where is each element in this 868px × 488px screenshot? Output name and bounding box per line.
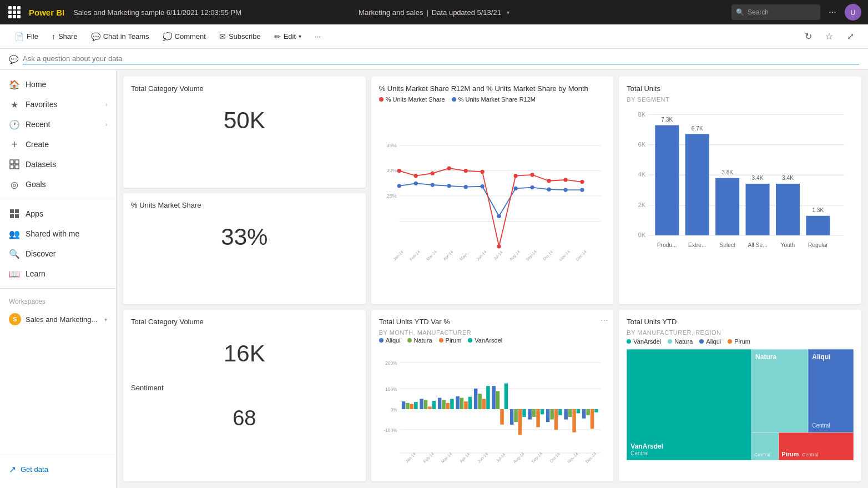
svg-text:7.3K: 7.3K: [662, 117, 673, 123]
treemap-pirum[interactable]: Pirum Central: [779, 432, 854, 460]
treemap-vanardel[interactable]: VanArsdel Central: [627, 349, 751, 460]
sidebar-item-shared[interactable]: 👥 Shared with me: [0, 224, 116, 244]
svg-text:3.4K: 3.4K: [752, 175, 764, 181]
svg-text:Regular: Regular: [808, 242, 828, 248]
refresh-button[interactable]: ↻: [799, 28, 817, 46]
comment-button[interactable]: 💭 Comment: [157, 29, 211, 44]
svg-rect-124: [564, 409, 568, 420]
card-value: 50K: [131, 96, 358, 145]
svg-rect-6: [10, 214, 14, 218]
subscribe-button[interactable]: ✉ Subscribe: [214, 29, 266, 44]
svg-point-18: [447, 184, 451, 188]
svg-text:Youth: Youth: [781, 242, 795, 248]
datasets-icon: [9, 159, 20, 170]
more-options-button[interactable]: ···: [309, 29, 326, 43]
svg-rect-121: [550, 409, 554, 420]
svg-rect-128: [582, 409, 586, 419]
card-title: Total Category Volume: [131, 84, 358, 93]
search-box[interactable]: 🔍 Search: [731, 4, 820, 20]
sidebar-item-home[interactable]: 🏠 Home: [0, 74, 116, 94]
card-line-chart: % Units Market Share R12M and % Units Ma…: [371, 77, 614, 304]
favorite-button[interactable]: ☆: [820, 28, 838, 46]
chevron-right-icon: ›: [105, 102, 107, 108]
fullscreen-button[interactable]: ⤢: [841, 28, 859, 46]
ellipsis-button[interactable]: ···: [825, 4, 840, 20]
svg-point-33: [497, 244, 501, 248]
treemap-natura[interactable]: Natura: [751, 349, 808, 432]
ytd-legend: VanArsdel Natura Aliqui Pirum: [627, 338, 854, 345]
edit-button[interactable]: ✏ Edit ▾: [269, 29, 307, 44]
svg-point-26: [580, 188, 584, 192]
svg-point-17: [430, 183, 434, 187]
sidebar-workspace[interactable]: S Sales and Marketing... ▾: [0, 310, 116, 329]
sidebar-item-learn[interactable]: 📖 Learn: [0, 264, 116, 284]
sidebar-item-recent[interactable]: 🕐 Recent ›: [0, 114, 116, 134]
main-content: Total Category Volume 50K % Units Market…: [117, 70, 868, 488]
svg-text:Produ...: Produ...: [657, 242, 677, 248]
svg-rect-127: [576, 409, 580, 413]
user-avatar[interactable]: U: [845, 4, 861, 21]
svg-text:30%: 30%: [386, 168, 396, 173]
svg-rect-115: [522, 409, 526, 417]
sidebar-item-workspaces[interactable]: Workspaces: [0, 293, 116, 310]
svg-text:Mar-14: Mar-14: [425, 249, 438, 262]
treemap-natura-central[interactable]: Central: [751, 432, 779, 460]
card-menu-icon[interactable]: ···: [600, 315, 608, 325]
svg-text:Jul-14: Jul-14: [495, 452, 507, 464]
file-button[interactable]: 📄 File: [9, 29, 44, 44]
sidebar-item-goals[interactable]: ◎ Goals: [0, 174, 116, 194]
svg-text:Oct-14: Oct-14: [542, 249, 554, 261]
svg-point-37: [563, 178, 567, 182]
svg-rect-102: [464, 401, 468, 409]
separator: |: [426, 8, 428, 17]
svg-text:Select: Select: [720, 242, 735, 248]
comment-icon: 💭: [163, 32, 172, 41]
svg-rect-119: [540, 409, 544, 414]
chevron-right-icon: ›: [105, 122, 107, 128]
waffle-menu[interactable]: [7, 4, 22, 20]
share-button[interactable]: ↑ Share: [46, 29, 83, 44]
sidebar-bottom: ↗ Get data: [0, 455, 116, 484]
svg-text:-100%: -100%: [383, 427, 397, 433]
card-total-units: Total Units BY SEGMENT 8K 6K 4K 2K 0K 7.…: [619, 77, 861, 304]
sidebar-item-datasets[interactable]: Datasets: [0, 154, 116, 174]
svg-rect-88: [402, 401, 406, 409]
card-units-market-share: % Units Market Share 33%: [123, 193, 366, 304]
app-brand: Power BI: [29, 8, 64, 17]
svg-rect-69: [776, 184, 800, 235]
sidebar-item-discover[interactable]: 🔍 Discover: [0, 244, 116, 264]
chat-in-teams-button[interactable]: 💬 Chat in Teams: [85, 29, 155, 44]
svg-point-23: [530, 185, 534, 189]
svg-rect-118: [536, 409, 540, 427]
treemap-aliqui[interactable]: Aliqui Central: [808, 349, 854, 432]
dropdown-caret-icon[interactable]: ▾: [507, 9, 509, 16]
ytd-subtitle: BY MANUFACTURER, REGION: [627, 329, 854, 336]
svg-rect-95: [432, 401, 436, 409]
sidebar-item-apps[interactable]: Apps: [0, 204, 116, 224]
svg-point-15: [397, 184, 401, 188]
edit-chevron-icon: ▾: [299, 33, 301, 39]
file-icon: 📄: [14, 32, 24, 41]
line-chart-svg: 35% 30% 25%: [379, 107, 606, 285]
sidebar-item-favorites[interactable]: ★ Favorites ›: [0, 94, 116, 114]
svg-rect-91: [414, 402, 418, 409]
svg-point-29: [430, 172, 434, 175]
svg-rect-7: [15, 214, 19, 218]
svg-rect-111: [504, 384, 508, 409]
svg-point-30: [447, 166, 451, 170]
svg-rect-116: [528, 409, 532, 420]
svg-point-16: [413, 182, 417, 185]
svg-rect-131: [594, 409, 598, 412]
ytd-title: Total Units YTD: [627, 318, 854, 326]
recent-icon: 🕐: [9, 119, 20, 130]
svg-rect-120: [546, 409, 550, 422]
sidebar-item-create[interactable]: + Create: [0, 134, 116, 154]
svg-text:0K: 0K: [638, 232, 646, 238]
get-data-button[interactable]: ↗ Get data: [0, 460, 116, 479]
units-market-share-value: 33%: [131, 213, 358, 261]
subtoolbar-right-actions: ↻ ☆ ⤢: [799, 28, 859, 46]
svg-text:Apr-14: Apr-14: [442, 249, 454, 261]
create-icon: +: [9, 139, 20, 150]
qna-input[interactable]: [23, 54, 859, 64]
svg-rect-125: [568, 409, 572, 417]
